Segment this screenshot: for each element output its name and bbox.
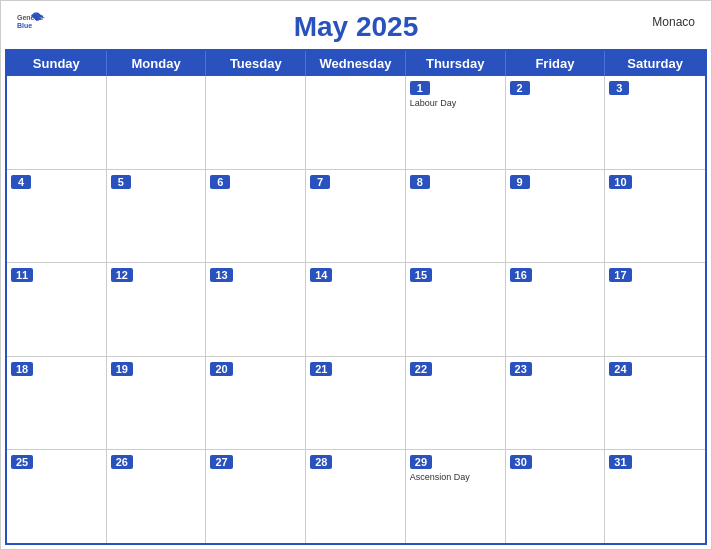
- day-number-11: 11: [11, 268, 33, 282]
- day-cell-w2-d7: 10: [605, 170, 705, 263]
- day-cell-w1-d6: 2: [506, 76, 606, 169]
- day-number-22: 22: [410, 362, 432, 376]
- day-number-16: 16: [510, 268, 532, 282]
- day-number-25: 25: [11, 455, 33, 469]
- day-number-21: 21: [310, 362, 332, 376]
- day-number-5: 5: [111, 175, 131, 189]
- day-number-15: 15: [410, 268, 432, 282]
- svg-text:Blue: Blue: [17, 22, 32, 29]
- day-number-12: 12: [111, 268, 133, 282]
- header-monday: Monday: [107, 51, 207, 76]
- country-label: Monaco: [652, 15, 695, 29]
- calendar-grid: Sunday Monday Tuesday Wednesday Thursday…: [5, 49, 707, 545]
- day-cell-w3-d3: 13: [206, 263, 306, 356]
- day-number-31: 31: [609, 455, 631, 469]
- day-cell-w5-d4: 28: [306, 450, 406, 543]
- day-number-7: 7: [310, 175, 330, 189]
- week-row-5: 2526272829Ascension Day3031: [7, 449, 705, 543]
- header-sunday: Sunday: [7, 51, 107, 76]
- day-cell-w3-d5: 15: [406, 263, 506, 356]
- day-cell-w5-d6: 30: [506, 450, 606, 543]
- calendar-title: May 2025: [294, 11, 419, 43]
- day-cell-w3-d4: 14: [306, 263, 406, 356]
- day-cell-w2-d4: 7: [306, 170, 406, 263]
- day-number-19: 19: [111, 362, 133, 376]
- weeks-container: 1Labour Day23456789101112131415161718192…: [7, 76, 705, 543]
- day-number-24: 24: [609, 362, 631, 376]
- day-cell-w1-d4: [306, 76, 406, 169]
- day-number-29: 29: [410, 455, 432, 469]
- day-number-10: 10: [609, 175, 631, 189]
- day-number-18: 18: [11, 362, 33, 376]
- header-saturday: Saturday: [605, 51, 705, 76]
- day-cell-w2-d6: 9: [506, 170, 606, 263]
- day-cell-w1-d3: [206, 76, 306, 169]
- day-number-17: 17: [609, 268, 631, 282]
- day-number-4: 4: [11, 175, 31, 189]
- day-number-27: 27: [210, 455, 232, 469]
- day-cell-w1-d2: [107, 76, 207, 169]
- day-cell-w3-d1: 11: [7, 263, 107, 356]
- day-number-2: 2: [510, 81, 530, 95]
- day-number-9: 9: [510, 175, 530, 189]
- day-cell-w4-d6: 23: [506, 357, 606, 450]
- day-number-30: 30: [510, 455, 532, 469]
- header-wednesday: Wednesday: [306, 51, 406, 76]
- day-number-14: 14: [310, 268, 332, 282]
- day-cell-w3-d6: 16: [506, 263, 606, 356]
- day-cell-w3-d2: 12: [107, 263, 207, 356]
- day-cell-w4-d4: 21: [306, 357, 406, 450]
- day-cell-w5-d2: 26: [107, 450, 207, 543]
- week-row-4: 18192021222324: [7, 356, 705, 450]
- day-number-6: 6: [210, 175, 230, 189]
- day-cell-w3-d7: 17: [605, 263, 705, 356]
- logo-area: General Blue: [17, 11, 45, 31]
- day-cell-w1-d1: [7, 76, 107, 169]
- day-number-23: 23: [510, 362, 532, 376]
- day-cell-w5-d5: 29Ascension Day: [406, 450, 506, 543]
- day-number-28: 28: [310, 455, 332, 469]
- header-friday: Friday: [506, 51, 606, 76]
- day-cell-w4-d2: 19: [107, 357, 207, 450]
- week-row-3: 11121314151617: [7, 262, 705, 356]
- day-cell-w4-d7: 24: [605, 357, 705, 450]
- logo-icon: General Blue: [17, 11, 45, 31]
- week-row-1: 1Labour Day23: [7, 76, 705, 169]
- day-cell-w2-d5: 8: [406, 170, 506, 263]
- day-cell-w5-d7: 31: [605, 450, 705, 543]
- day-number-13: 13: [210, 268, 232, 282]
- day-cell-w1-d7: 3: [605, 76, 705, 169]
- day-number-1: 1: [410, 81, 430, 95]
- day-cell-w4-d3: 20: [206, 357, 306, 450]
- day-cell-w2-d1: 4: [7, 170, 107, 263]
- day-number-26: 26: [111, 455, 133, 469]
- day-cell-w5-d3: 27: [206, 450, 306, 543]
- day-cell-w4-d5: 22: [406, 357, 506, 450]
- day-cell-w1-d5: 1Labour Day: [406, 76, 506, 169]
- week-row-2: 45678910: [7, 169, 705, 263]
- day-number-3: 3: [609, 81, 629, 95]
- calendar-header: General Blue May 2025 Monaco: [1, 1, 711, 49]
- day-number-8: 8: [410, 175, 430, 189]
- calendar-container: General Blue May 2025 Monaco Sunday Mond…: [0, 0, 712, 550]
- holiday-29: Ascension Day: [410, 472, 501, 483]
- header-tuesday: Tuesday: [206, 51, 306, 76]
- day-cell-w5-d1: 25: [7, 450, 107, 543]
- day-cell-w4-d1: 18: [7, 357, 107, 450]
- day-headers-row: Sunday Monday Tuesday Wednesday Thursday…: [7, 51, 705, 76]
- holiday-1: Labour Day: [410, 98, 501, 109]
- day-number-20: 20: [210, 362, 232, 376]
- day-cell-w2-d2: 5: [107, 170, 207, 263]
- day-cell-w2-d3: 6: [206, 170, 306, 263]
- header-thursday: Thursday: [406, 51, 506, 76]
